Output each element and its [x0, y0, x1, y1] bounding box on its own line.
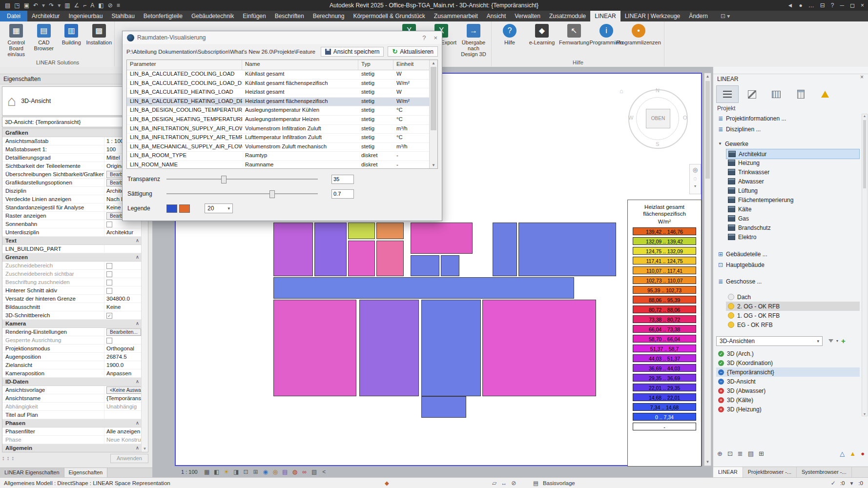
property-value[interactable]: Alle anzeigen	[104, 427, 142, 435]
property-value[interactable]: 304800.0	[104, 295, 142, 303]
beaker-icon[interactable]: △	[840, 450, 845, 457]
room-0[interactable]	[273, 223, 313, 276]
editable-only-icon[interactable]: ✓	[831, 480, 836, 487]
panel-item-k-lte[interactable]: Kälte	[726, 204, 860, 214]
zoom-icon[interactable]: ◌	[693, 175, 697, 182]
tab-k-rpermodell-grundst-ck[interactable]: Körpermodell & Grundstück	[349, 11, 429, 21]
section-icon[interactable]: ⊘	[108, 0, 113, 11]
lightbulb-icon[interactable]	[728, 303, 734, 309]
properties-section-text[interactable]: Text∧	[2, 237, 148, 245]
room-16[interactable]	[421, 396, 466, 418]
sort-icon[interactable]: ↕	[2, 455, 5, 461]
properties-section-grenzen[interactable]: Grenzen∧	[2, 253, 148, 262]
property-edit-button[interactable]: <Keine Auswahl>	[106, 386, 142, 394]
tab-berechnung[interactable]: Berechnung	[309, 11, 349, 21]
menu-dots-icon[interactable]: …	[808, 0, 814, 11]
parameter-row[interactable]: LIN_BA_CALCULATED_COOLING_LOADKühllast g…	[127, 70, 437, 80]
dropdown-icon[interactable]: ▾	[58, 0, 61, 11]
tab-datei[interactable]: Datei	[0, 11, 27, 21]
view-cube-top-face[interactable]: OBEN	[646, 109, 670, 128]
column-header-typ[interactable]: Typ	[358, 60, 393, 70]
undo-icon[interactable]: ↶	[33, 0, 38, 11]
room-11[interactable]	[273, 277, 574, 299]
browser-tab-systembrowser-[interactable]: Systembrowser -...	[797, 467, 852, 478]
tab--ndern[interactable]: Ändern	[684, 11, 712, 21]
fernwartung-button[interactable]: ↖Fernwartung	[558, 23, 590, 58]
reveal-hidden-icon[interactable]: ◎	[271, 468, 279, 475]
collapse-icon[interactable]: ∧	[136, 378, 139, 386]
panel-item-brandschutz[interactable]: Brandschutz	[726, 223, 860, 232]
record-icon[interactable]: ●	[861, 450, 865, 457]
filter-icon[interactable]: ▼	[849, 481, 854, 486]
room-10[interactable]	[518, 223, 616, 276]
column-header-parameter[interactable]: Parameter	[127, 60, 242, 70]
transparency-slider[interactable]	[166, 175, 318, 183]
cad-browser-button[interactable]: ▤CAD Browser	[31, 23, 58, 58]
lightbulb-icon[interactable]	[728, 312, 734, 319]
views-filter-select[interactable]: 3D-Ansichten▾	[716, 336, 823, 346]
parameter-row[interactable]: LIN_BA_MECHANICAL_SUPPLY_AIR_FLOWRATEVol…	[127, 143, 437, 152]
scroll-up-icon[interactable]: ▲	[704, 73, 711, 80]
warning-small-icon[interactable]: ▲	[849, 450, 856, 457]
legend-steps-select[interactable]: 20 ▾	[205, 203, 233, 213]
properties-tab-linear-eigenschaften[interactable]: LINEAR Eigenschaften	[0, 468, 64, 478]
tab-verwalten[interactable]: Verwalten	[510, 11, 545, 21]
gewerke-tree-header[interactable]: ▼Gewerke	[716, 139, 860, 148]
crop-view-icon[interactable]: ⊡	[242, 468, 250, 475]
panel-item-abwasser[interactable]: Abwasser	[726, 177, 860, 186]
tab-architektur[interactable]: Architektur	[27, 11, 64, 21]
tab-einf-gen[interactable]: Einfügen	[238, 11, 270, 21]
parameter-row[interactable]: LIN_BA_DESIGN_HEATING_TEMPERATUREAuslegu…	[127, 116, 437, 125]
collapse-icon[interactable]: ∧	[136, 253, 139, 261]
edit-button[interactable]	[741, 85, 763, 103]
property-value[interactable]: 26874.5	[104, 353, 142, 361]
help-icon[interactable]: ?	[831, 0, 834, 11]
exclude-options-icon[interactable]: ▱	[492, 480, 496, 487]
shadows-icon[interactable]: ◨	[232, 468, 240, 475]
tab-betonfertigteile[interactable]: Betonfertigteile	[139, 11, 187, 21]
dialog-titlebar[interactable]: Raumdaten-Visualisierung ? ×	[123, 31, 442, 44]
building-button[interactable]: ▥Building	[58, 23, 85, 58]
tab-beschriften[interactable]: Beschriften	[270, 11, 309, 21]
stack-icon[interactable]: ≣	[738, 450, 743, 457]
parameter-row[interactable]: LIN_BA_CALCULATED_COOLING_LOAD_DENS...Kü…	[127, 80, 437, 89]
room-6[interactable]	[411, 223, 473, 254]
table-scrollbar[interactable]: ▲▼	[429, 60, 437, 168]
property-value[interactable]: ✓	[104, 311, 142, 319]
funnel-icon[interactable]	[828, 339, 833, 343]
tab-linear[interactable]: LINEAR	[590, 11, 620, 21]
chevron-down-icon[interactable]: ▾	[694, 184, 696, 188]
parameter-row[interactable]: LIN_BA_DESIGN_COOLING_TEMPERATUREAuslegu…	[127, 106, 437, 116]
columns-button[interactable]	[765, 85, 787, 103]
dialog-close-button[interactable]: ×	[434, 34, 437, 41]
tab-zusammenarbeit[interactable]: Zusammenarbeit	[430, 11, 482, 21]
panel-item-elektro[interactable]: Elektro	[726, 232, 860, 242]
property-value[interactable]: Architektur	[104, 228, 142, 236]
temporary-hide-icon[interactable]: ◉	[262, 468, 269, 475]
show-analytical-icon[interactable]: ◍	[291, 468, 299, 475]
tab-stahlbau[interactable]: Stahlbau	[107, 11, 139, 21]
deselect-icon[interactable]: ⊘	[511, 480, 516, 487]
printer-icon[interactable]: ▤	[748, 450, 754, 457]
room-7[interactable]	[411, 255, 439, 276]
property-checkbox[interactable]	[106, 263, 112, 269]
properties-section-id-daten[interactable]: ID-Daten∧	[2, 378, 148, 386]
detail-level-icon[interactable]: ▦	[203, 468, 211, 475]
properties-section-phasen[interactable]: Phasen∧	[2, 419, 148, 427]
wheel-icon[interactable]: ◎	[693, 166, 698, 173]
room-9[interactable]	[493, 223, 517, 276]
collapse-icon[interactable]: ∧	[136, 237, 139, 244]
saturation-value-field[interactable]	[331, 189, 354, 199]
elearning-button[interactable]: ◆e-Learning	[526, 23, 558, 58]
property-value[interactable]: Neue Konstrukt...	[104, 436, 142, 444]
minimize-icon[interactable]: ─	[840, 0, 845, 11]
sort-icon[interactable]: ↕	[12, 455, 15, 461]
panel-item-projektinformationen-[interactable]: ≣Projektinformationen ...	[716, 114, 860, 123]
panel-item-3d-heizung-[interactable]: ×3D (Heizung)	[716, 405, 860, 414]
panel-item-disziplinen-[interactable]: ≣Disziplinen ...	[716, 124, 860, 134]
close-icon[interactable]: ×	[860, 74, 864, 81]
home-icon[interactable]: ⌂	[620, 87, 623, 95]
panel-item-1-og-ok-rfb[interactable]: 1. OG - OK RFB	[726, 311, 860, 320]
panel-item-heizung[interactable]: Heizung	[726, 158, 860, 167]
lightbulb-icon[interactable]	[728, 322, 734, 328]
